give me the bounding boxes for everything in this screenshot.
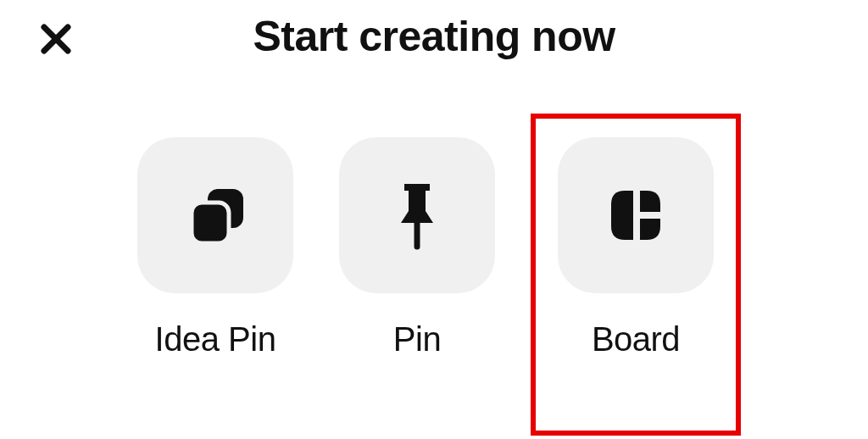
option-pin[interactable]: Pin: [329, 137, 505, 358]
close-button[interactable]: [36, 19, 76, 59]
option-board-box: [558, 137, 714, 293]
idea-pin-icon: [179, 179, 252, 252]
option-idea-pin-label: Idea Pin: [155, 320, 276, 358]
svg-rect-3: [192, 203, 229, 243]
option-board[interactable]: Board: [531, 114, 741, 436]
modal-title: Start creating now: [253, 12, 615, 61]
option-pin-label: Pin: [393, 320, 441, 358]
option-pin-box: [339, 137, 495, 293]
option-idea-pin-box: [137, 137, 293, 293]
create-options-row: Idea Pin Pin Board: [0, 137, 868, 436]
option-idea-pin[interactable]: Idea Pin: [127, 137, 303, 358]
option-board-label: Board: [592, 320, 680, 358]
modal-header: Start creating now: [0, 0, 868, 68]
close-icon: [39, 22, 73, 56]
board-icon: [603, 182, 669, 248]
pin-icon: [387, 177, 447, 253]
